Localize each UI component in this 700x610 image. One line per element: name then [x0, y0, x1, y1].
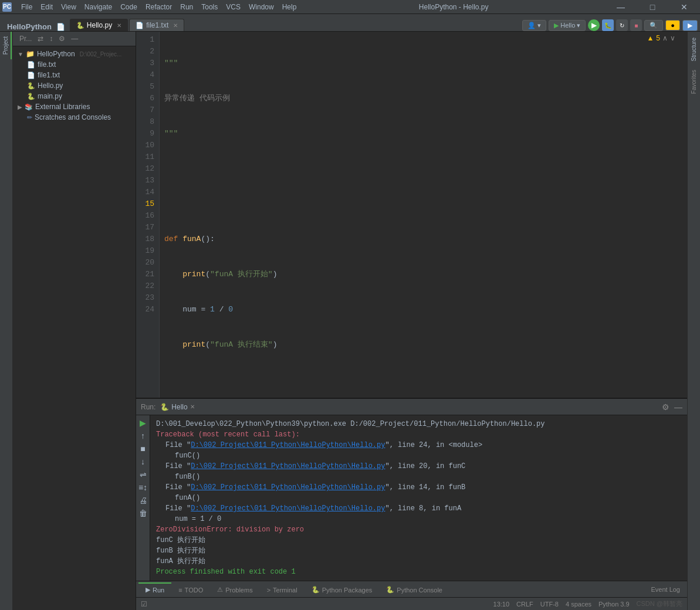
extra-button1[interactable]: ●	[665, 20, 680, 30]
output-line-6: File "D:\002 Project\011 Python\HelloPyt…	[165, 482, 681, 493]
bottom-tab-run[interactable]: ▶ Run	[138, 582, 171, 596]
tree-external-libs[interactable]: ▶ 📚 External Libraries	[13, 101, 136, 112]
panel-close[interactable]: —	[69, 34, 80, 43]
run-tab[interactable]: 🐍 Hello ✕	[160, 403, 194, 411]
ln15: 15	[138, 198, 154, 210]
bottom-tab-python-packages[interactable]: 🐍 Python Packages	[305, 582, 380, 596]
ln3: 3	[138, 57, 154, 69]
account-button[interactable]: 👤 ▾	[522, 20, 546, 31]
menu-help[interactable]: Help	[279, 2, 300, 12]
link-2[interactable]: D:\002 Project\011 Python\HelloPython\He…	[191, 462, 385, 470]
menu-code[interactable]: Code	[117, 2, 141, 12]
search-button[interactable]: 🔍	[644, 20, 663, 31]
ln10: 10	[138, 140, 154, 151]
file-tab-close[interactable]: ✕	[117, 22, 121, 29]
ln9: 9	[138, 128, 154, 140]
debug-button[interactable]: 🐛	[602, 19, 614, 31]
file-tab-file1-txt[interactable]: 📄 file1.txt ✕	[129, 19, 184, 31]
menu-edit[interactable]: Edit	[37, 2, 56, 12]
tree-file-txt[interactable]: 📄 file.txt	[13, 59, 136, 70]
panel-settings[interactable]: ⚙	[57, 34, 67, 43]
scroll-down-button[interactable]: ↓	[138, 456, 148, 467]
editor-wrapper: 1 2 3 4 5 6 7 8 9 10 11 12 13 14	[136, 32, 687, 610]
link-4[interactable]: D:\002 Project\011 Python\HelloPython\He…	[191, 504, 385, 513]
file-tab-close2[interactable]: ✕	[173, 22, 178, 29]
extra-button2[interactable]: ▶	[682, 20, 698, 31]
status-python[interactable]: Python 3.9	[598, 601, 630, 608]
tree-hello-py[interactable]: 🐍 Hello.py	[13, 80, 136, 91]
run-tab-close[interactable]: ✕	[190, 404, 195, 410]
warning-up[interactable]: ∧	[662, 34, 668, 42]
output-line-9: num = 1 / 0	[175, 514, 681, 524]
run-config-dropdown[interactable]: ▶ Hello ▾	[549, 20, 586, 31]
run-minimize-button[interactable]: —	[674, 402, 682, 412]
toolbar-right: 👤 ▾ ▶ Hello ▾ ▶ 🐛 ↻ ■ 🔍 ● ▶	[522, 19, 698, 31]
tree-file1-txt[interactable]: 📄 file1.txt	[13, 70, 136, 80]
link-1[interactable]: D:\002 Project\011 Python\HelloPython\He…	[191, 441, 385, 449]
output-line-13: funA 执行开始	[156, 556, 681, 567]
run-tab-icon: 🐍	[160, 403, 169, 411]
run-settings-button[interactable]: ⚙	[662, 402, 669, 412]
right-tab-favorites[interactable]: Favorites	[689, 66, 699, 97]
ln6: 6	[138, 93, 154, 104]
minimize-button[interactable]: —	[607, 0, 634, 14]
menu-vcs[interactable]: VCS	[222, 2, 244, 12]
sidebar-tab-project[interactable]: Project	[1, 32, 12, 59]
output-line-1: Traceback (most recent call last):	[156, 429, 681, 440]
status-encoding[interactable]: UTF-8	[540, 601, 559, 608]
sort-button[interactable]: ≡↕	[138, 482, 148, 493]
tree-ext-label: External Libraries	[35, 103, 90, 111]
pyconsole-icon: 🐍	[386, 586, 394, 594]
tree-main-label: main.py	[38, 92, 62, 100]
panel-header-icon2[interactable]: ⇄	[36, 34, 45, 43]
bottom-tab-todo[interactable]: ≡ TODO	[171, 583, 210, 596]
project-name-tab[interactable]: HelloPython	[2, 22, 56, 31]
menu-navigate[interactable]: Navigate	[81, 2, 116, 12]
status-right: 13:10 CRLF UTF-8 4 spaces Python 3.9 CSD…	[493, 599, 682, 608]
status-position[interactable]: 13:10	[493, 601, 510, 608]
menu-refactor[interactable]: Refactor	[142, 2, 175, 12]
bottom-tab-python-console[interactable]: 🐍 Python Console	[379, 582, 449, 596]
link-3[interactable]: D:\002 Project\011 Python\HelloPython\He…	[191, 483, 385, 492]
reload-button[interactable]: ↻	[616, 19, 628, 31]
status-indent[interactable]: 4 spaces	[566, 601, 591, 608]
wrap-button[interactable]: ⇌	[138, 469, 148, 480]
close-button[interactable]: ✕	[671, 0, 698, 14]
maximize-button[interactable]: □	[639, 0, 666, 14]
app-icon: PC	[2, 2, 12, 12]
right-tab-structure[interactable]: Structure	[689, 34, 699, 65]
ln12: 12	[138, 163, 154, 175]
trash-button[interactable]: 🗑	[138, 508, 148, 518]
run-button[interactable]: ▶	[588, 19, 600, 31]
menu-window[interactable]: Window	[245, 2, 278, 12]
menu-tools[interactable]: Tools	[198, 2, 221, 12]
bottom-tab-problems[interactable]: ⚠ Problems	[210, 582, 259, 596]
panel-header-icon3[interactable]: ↕	[48, 34, 55, 43]
window-controls: — □ ✕	[607, 0, 698, 14]
warning-down[interactable]: ∨	[670, 34, 675, 42]
output-line-2: File "D:\002 Project\011 Python\HelloPyt…	[165, 440, 681, 450]
rerun-button[interactable]: ▶	[138, 418, 148, 428]
warning-area: ▲ 5 ∧ ∨	[647, 34, 675, 42]
menu-run[interactable]: Run	[177, 2, 197, 12]
event-log-label[interactable]: Event Log	[651, 586, 680, 593]
bottom-tab-terminal[interactable]: > Terminal	[260, 583, 305, 596]
menu-file[interactable]: File	[18, 2, 36, 12]
scroll-up-button[interactable]: ↑	[138, 431, 148, 441]
panel-header-icon1[interactable]: Pr...	[18, 34, 33, 43]
tree-root[interactable]: ▼ 📁 HelloPython D:\002_Projec...	[13, 49, 136, 59]
print-button[interactable]: 🖨	[138, 495, 148, 506]
tree-scratches[interactable]: ✏ Scratches and Consoles	[13, 112, 136, 123]
warning-count: 5	[656, 34, 660, 42]
status-linesep[interactable]: CRLF	[516, 601, 533, 608]
ext-libs-icon: 📚	[25, 103, 33, 111]
folder-icon-root: 📁	[26, 50, 35, 58]
menu-view[interactable]: View	[58, 2, 80, 12]
stop-run-button[interactable]: ■	[138, 443, 148, 454]
stop-button[interactable]: ■	[630, 19, 642, 31]
ln20: 20	[138, 257, 154, 269]
file-tab-hello-py[interactable]: 🐍 Hello.py ✕	[70, 19, 128, 31]
ln4: 4	[138, 69, 154, 81]
tree-main-py[interactable]: 🐍 main.py	[13, 91, 136, 101]
code-editor[interactable]: """ 异常传递 代码示例 """ def funA(): print("fun…	[160, 32, 687, 398]
